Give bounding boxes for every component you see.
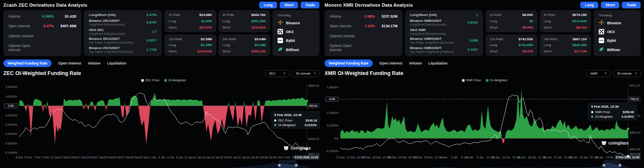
svg-text:BYBIT: BYBIT <box>600 40 604 41</box>
svg-text:17 Dec: 17 Dec <box>362 156 371 159</box>
change-badge: -5.47% <box>36 24 54 28</box>
svg-text:$373.08: $373.08 <box>630 152 640 155</box>
svg-text:BYBIT: BYBIT <box>278 40 283 41</box>
trending-item-binance[interactable]: Binance <box>278 20 314 26</box>
ratio-row: Long/Short (24h)1 <box>410 13 478 17</box>
svg-text:0.0200%: 0.0200% <box>5 95 17 98</box>
svg-text:12 Dec: 12 Dec <box>336 156 345 159</box>
chart-title-zec: ZEC OI-Weighted Funding Rate <box>3 70 81 76</box>
svg-text:-0.0600%: -0.0600% <box>5 132 17 135</box>
svg-text:6 Jan: 6 Jan <box>466 156 473 159</box>
zec-chart-tabs: Weighted Funding Rate Open Interest Volu… <box>3 59 319 67</box>
tab-liquidation[interactable]: Liquidation <box>107 61 127 65</box>
tab-volume[interactable]: Volume <box>88 61 101 65</box>
trending-item-okx[interactable]: OKX <box>599 29 636 35</box>
long-button[interactable]: Long <box>259 2 277 8</box>
oi-weighted-legend-swatch <box>486 79 488 82</box>
interval-stepper[interactable]: 30 minute▲▼ <box>292 70 319 77</box>
short-button[interactable]: Short <box>280 2 298 8</box>
svg-text:26 Jan: 26 Jan <box>256 156 265 159</box>
svg-text:4 Jan: 4 Jan <box>158 156 166 159</box>
svg-text:9 Dec: 9 Dec <box>42 156 50 159</box>
tab-weighted-funding-rate[interactable]: Weighted Funding Rate <box>3 59 52 67</box>
coinglass-cow-icon <box>283 146 289 150</box>
volume-oi-card: Volume-2.98%$237.52M Open Interest-7.10%… <box>325 10 402 56</box>
trending-item-bitfinex[interactable]: Bitfinex <box>278 47 314 53</box>
trending-item-bitfinex[interactable]: Bitfinex <box>599 47 636 53</box>
svg-text:708.12: 708.12 <box>630 98 639 101</box>
price-legend-swatch <box>141 79 144 82</box>
interval-stepper[interactable]: 30 minute▲▼ <box>613 70 641 77</box>
xmr-chart-header: XMR OI-Weighted Funding Rate XMR▼ 30 min… <box>325 69 641 78</box>
tab-liquidation[interactable]: Liquidation <box>428 61 448 65</box>
svg-text:8 Jan: 8 Jan <box>477 156 484 159</box>
short-button[interactable]: Short <box>601 2 619 8</box>
stat-row-options-oi: Options Open Interest <box>330 44 397 52</box>
tab-volume[interactable]: Volume <box>409 61 422 65</box>
rekt-tile-24h: 24h Rekt$867.11KLong$839.39KShort$27.72K <box>540 34 592 57</box>
svg-text:0%: 0% <box>334 137 338 140</box>
svg-text:8 Jan: 8 Jan <box>176 156 183 159</box>
svg-text:16 Jan: 16 Jan <box>211 156 220 159</box>
svg-text:11 Jan: 11 Jan <box>491 156 500 159</box>
xmr-chart-controls: XMR▼ 30 minute▲▼ <box>586 70 641 77</box>
xmr-panel-header: Monero XMR Derivatives Data Analysis Lon… <box>325 1 641 8</box>
svg-text:0.06: 0.06 <box>329 98 335 101</box>
svg-text:11 Dec: 11 Dec <box>50 156 60 159</box>
svg-text:21 Jan: 21 Jan <box>543 156 552 159</box>
binance-icon <box>599 20 604 26</box>
svg-text:5 Dec: 5 Dec <box>24 156 32 159</box>
trade-button[interactable]: Trade <box>301 2 319 8</box>
svg-text:$300.00: $300.00 <box>309 137 319 140</box>
svg-text:16 Jan: 16 Jan <box>517 156 526 159</box>
stat-row-volume: Volume+2.96%$1.41B <box>8 14 76 18</box>
stat-row-volume: Volume-2.98%$237.52M <box>330 14 397 18</box>
ratio-row: Binance XMR/USDTTop Trader Long/Short (A… <box>410 37 478 44</box>
zec-cards: Volume+2.96%$1.41B Open Interest-5.47%$4… <box>3 10 319 56</box>
svg-text:-0.1000%: -0.1000% <box>5 151 17 154</box>
chart-canvas[interactable]: 0.0800%0.0400%0.0200%0%-0.0200%$791.27$6… <box>325 78 641 168</box>
coinglass-cow-icon <box>601 141 607 145</box>
svg-text:$221.15: $221.15 <box>309 152 319 155</box>
volume-oi-card: Volume+2.96%$1.41B Open Interest-5.47%$4… <box>3 10 81 56</box>
svg-text:3 Dec: 3 Dec <box>16 156 23 159</box>
svg-text:7 Dec: 7 Dec <box>34 156 41 159</box>
tab-open-interest[interactable]: Open Interest <box>379 61 402 65</box>
trending-item-binance[interactable]: Binance <box>599 20 636 26</box>
svg-text:0.0400%: 0.0400% <box>327 111 338 114</box>
coin-select[interactable]: XMR▼ <box>586 70 610 77</box>
svg-text:25 Dec: 25 Dec <box>113 156 122 159</box>
svg-text:27 Dec: 27 Dec <box>122 156 131 159</box>
svg-text:10 Jan: 10 Jan <box>184 156 193 159</box>
stat-row-options-oi: Options Open Interest <box>8 44 76 52</box>
trending-item-bybit[interactable]: BYBITBybit <box>278 38 314 44</box>
trending-item-bybit[interactable]: BYBITBybit <box>599 38 636 44</box>
svg-text:12 Jan: 12 Jan <box>193 156 202 159</box>
svg-text:15 Dec: 15 Dec <box>68 156 78 159</box>
svg-text:$400.00: $400.00 <box>630 148 640 151</box>
rekt-tile-24h: 24h Rekt$5.64MLong$5.28MShort$359.12K <box>218 34 270 57</box>
svg-text:17 Dec: 17 Dec <box>77 156 86 159</box>
svg-text:22 Jan: 22 Jan <box>238 156 247 159</box>
svg-text:21 Dec: 21 Dec <box>95 156 104 159</box>
zec-chart-header: ZEC OI-Weighted Funding Rate ZEC▼ 30 min… <box>3 69 319 78</box>
okx-icon <box>278 29 283 35</box>
ratio-row: OKX XMRLong/Short Ratio(Accounts) <box>410 28 478 35</box>
tab-weighted-funding-rate[interactable]: Weighted Funding Rate <box>325 59 373 67</box>
oi-weighted-dot-icon <box>591 116 593 118</box>
trade-button[interactable]: Trade <box>622 2 641 8</box>
svg-text:31 Dec: 31 Dec <box>140 156 149 159</box>
coin-select[interactable]: ZEC▼ <box>265 70 289 77</box>
zec-actions: Long Short Trade <box>259 2 319 8</box>
xmr-funding-chart[interactable]: XMR Price OI-Weighted 0.0800%0.0400%0.02… <box>325 78 641 168</box>
rekt-tile-4h: 4h Rekt$668.76KLong$551.95KShort$116.82K <box>218 10 270 32</box>
svg-text:29 Dec: 29 Dec <box>424 156 433 159</box>
chart-legend: XMR Price OI-Weighted <box>325 78 641 82</box>
trending-card: Trending Binance OKX BYBITBybit Bitfinex <box>273 10 319 56</box>
trending-item-okx[interactable]: OKX <box>278 29 314 35</box>
long-button[interactable]: Long <box>580 2 598 8</box>
zec-funding-chart[interactable]: ZEC Price OI-Weighted 0.0400%0.0200%-0.0… <box>3 78 319 168</box>
rekt-tile-12h: 12h Rekt$3.59MLong$3.35MShort$234.92K <box>164 34 216 57</box>
svg-text:1 Jan: 1 Jan <box>441 156 448 159</box>
tab-open-interest[interactable]: Open Interest <box>58 61 81 65</box>
